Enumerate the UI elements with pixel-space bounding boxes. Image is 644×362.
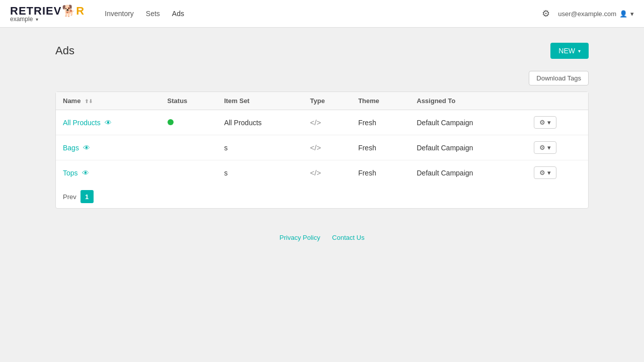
table-header: Name ⬆⬇ Status Item Set Type Theme Assig… bbox=[56, 92, 588, 110]
row-name-cell: All Products 👁 bbox=[56, 110, 160, 135]
status-active-dot bbox=[168, 119, 174, 125]
row-settings-button[interactable]: ⚙ ▾ bbox=[534, 166, 556, 179]
settings-icon: ⚙ bbox=[539, 169, 545, 176]
col-actions bbox=[527, 92, 588, 110]
toolbar: Download Tags bbox=[55, 71, 589, 85]
table-header-row: Name ⬆⬇ Status Item Set Type Theme Assig… bbox=[56, 92, 588, 110]
row-actions-cell: ⚙ ▾ bbox=[527, 135, 588, 160]
col-assigned-to: Assigned To bbox=[410, 92, 527, 110]
row-name-cell: Bags 👁 bbox=[56, 135, 160, 160]
row-settings-button[interactable]: ⚙ ▾ bbox=[534, 116, 556, 129]
row-status-cell bbox=[160, 135, 217, 160]
sort-icon: ⬆⬇ bbox=[85, 99, 93, 104]
row-name-cell: Tops 👁 bbox=[56, 160, 160, 186]
row-assigned-cell: Default Campaign bbox=[410, 110, 527, 135]
row-actions-cell: ⚙ ▾ bbox=[527, 160, 588, 186]
settings-caret: ▾ bbox=[547, 169, 551, 176]
preview-eye-icon[interactable]: 👁 bbox=[83, 144, 90, 152]
new-button[interactable]: NEW ▾ bbox=[550, 43, 589, 59]
ads-table-element: Name ⬆⬇ Status Item Set Type Theme Assig… bbox=[56, 92, 588, 185]
col-item-set: Item Set bbox=[217, 92, 303, 110]
col-type: Type bbox=[303, 92, 351, 110]
user-menu-button[interactable]: user@example.com 👤 ▾ bbox=[558, 10, 634, 18]
footer: Privacy Policy Contact Us bbox=[0, 224, 644, 251]
pagination: Prev 1 bbox=[56, 185, 588, 208]
table-row: All Products 👁 All Products </> Fresh De… bbox=[56, 110, 588, 135]
settings-caret: ▾ bbox=[547, 119, 551, 126]
settings-gear-button[interactable]: ⚙ bbox=[542, 8, 550, 19]
row-item-set-cell: s bbox=[217, 160, 303, 186]
col-name: Name ⬆⬇ bbox=[56, 92, 160, 110]
prev-button[interactable]: Prev bbox=[63, 193, 76, 201]
settings-icon: ⚙ bbox=[539, 119, 545, 126]
row-item-set-cell: All Products bbox=[217, 110, 303, 135]
table-row: Bags 👁 s </> Fresh Default Campaign ⚙ bbox=[56, 135, 588, 160]
privacy-policy-link[interactable]: Privacy Policy bbox=[280, 234, 320, 241]
table-row: Tops 👁 s </> Fresh Default Campaign ⚙ bbox=[56, 160, 588, 186]
ads-table: Name ⬆⬇ Status Item Set Type Theme Assig… bbox=[55, 92, 589, 209]
page-header: Ads NEW ▾ bbox=[55, 43, 589, 59]
nav-sets[interactable]: Sets bbox=[146, 10, 160, 18]
preview-eye-icon[interactable]: 👁 bbox=[82, 169, 89, 177]
company-name[interactable]: example ▾ bbox=[10, 16, 85, 23]
row-settings-button[interactable]: ⚙ ▾ bbox=[534, 141, 556, 154]
contact-us-link[interactable]: Contact Us bbox=[332, 234, 364, 241]
row-theme-cell: Fresh bbox=[351, 135, 410, 160]
row-theme-cell: Fresh bbox=[351, 160, 410, 186]
row-actions-cell: ⚙ ▾ bbox=[527, 110, 588, 135]
row-assigned-cell: Default Campaign bbox=[410, 135, 527, 160]
page-title: Ads bbox=[55, 44, 74, 57]
row-type-cell: </> bbox=[303, 135, 351, 160]
code-type-icon: </> bbox=[310, 168, 321, 177]
download-tags-button[interactable]: Download Tags bbox=[529, 71, 589, 85]
row-type-cell: </> bbox=[303, 110, 351, 135]
row-theme-cell: Fresh bbox=[351, 110, 410, 135]
code-type-icon: </> bbox=[310, 143, 321, 152]
new-button-caret: ▾ bbox=[578, 48, 581, 54]
header: RETRIEV 🐕 R example ▾ Inventory Sets Ads… bbox=[0, 0, 644, 28]
main-nav: Inventory Sets Ads bbox=[105, 10, 184, 18]
table-body: All Products 👁 All Products </> Fresh De… bbox=[56, 110, 588, 186]
user-email: user@example.com bbox=[558, 10, 616, 18]
row-status-cell bbox=[160, 160, 217, 186]
nav-ads[interactable]: Ads bbox=[172, 10, 184, 18]
user-dropdown-icon: ▾ bbox=[630, 10, 634, 18]
row-status-cell bbox=[160, 110, 217, 135]
tops-link[interactable]: Tops 👁 bbox=[63, 169, 153, 177]
settings-icon: ⚙ bbox=[539, 144, 545, 151]
row-item-set-cell: s bbox=[217, 135, 303, 160]
col-status: Status bbox=[160, 92, 217, 110]
row-assigned-cell: Default Campaign bbox=[410, 160, 527, 186]
company-dropdown-icon: ▾ bbox=[36, 17, 38, 22]
nav-inventory[interactable]: Inventory bbox=[105, 10, 134, 18]
code-type-icon: </> bbox=[310, 118, 321, 127]
header-right: ⚙ user@example.com 👤 ▾ bbox=[542, 8, 634, 19]
row-type-cell: </> bbox=[303, 160, 351, 186]
main-content: Ads NEW ▾ Download Tags Name ⬆⬇ Status I… bbox=[45, 28, 599, 224]
user-avatar-icon: 👤 bbox=[619, 10, 627, 18]
logo-area: RETRIEV 🐕 R example ▾ bbox=[10, 5, 85, 23]
all-products-link[interactable]: All Products 👁 bbox=[63, 119, 153, 127]
preview-eye-icon[interactable]: 👁 bbox=[105, 119, 112, 127]
page-number[interactable]: 1 bbox=[80, 190, 94, 203]
settings-caret: ▾ bbox=[547, 144, 551, 151]
bags-link[interactable]: Bags 👁 bbox=[63, 144, 153, 152]
col-theme: Theme bbox=[351, 92, 410, 110]
